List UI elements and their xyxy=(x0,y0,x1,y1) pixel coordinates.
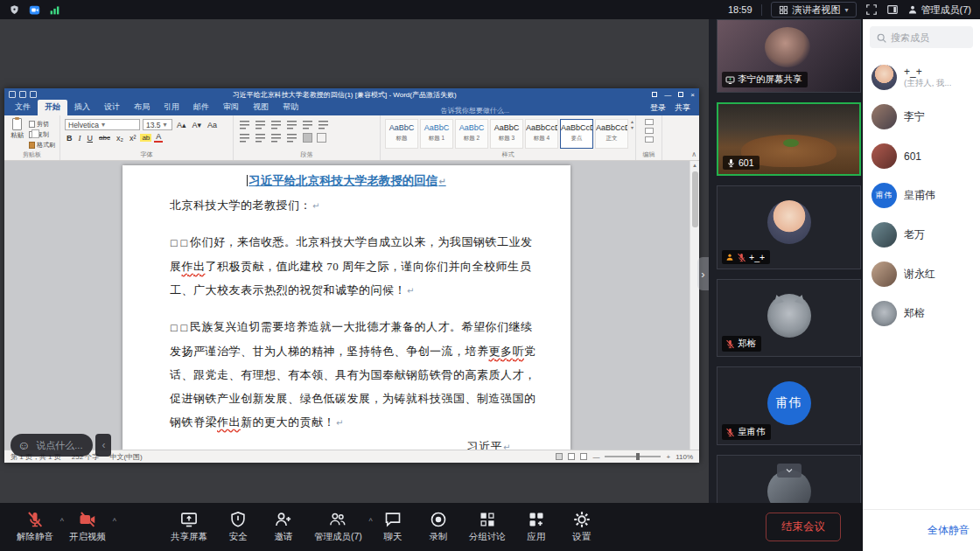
zoom-in-icon[interactable]: + xyxy=(666,453,670,461)
superscript-button[interactable]: x² xyxy=(128,134,138,143)
word-tab-引用[interactable]: 引用 xyxy=(157,100,186,115)
member-row-郑榕[interactable]: 郑榕 xyxy=(863,294,980,333)
word-tab-插入[interactable]: 插入 xyxy=(67,100,97,115)
word-tab-审阅[interactable]: 审阅 xyxy=(216,100,246,115)
login-button[interactable]: 登录 xyxy=(650,102,666,114)
subscript-button[interactable]: x₂ xyxy=(115,134,125,143)
video-thumbnail-601[interactable]: 601 xyxy=(717,102,861,176)
shrink-font-button[interactable]: A▾ xyxy=(191,121,204,129)
toolbar-settings-button[interactable]: 设置 xyxy=(559,511,605,543)
zoom-slider[interactable] xyxy=(605,456,661,457)
indent-increase-icon[interactable] xyxy=(303,120,314,129)
paste-button[interactable]: 粘贴 xyxy=(9,118,25,150)
bullets-icon[interactable] xyxy=(240,120,251,129)
chat-quick-input[interactable]: ☺ 说点什么... xyxy=(10,434,93,457)
shading-icon[interactable] xyxy=(303,133,312,143)
security-shield-icon[interactable] xyxy=(9,4,20,16)
align-right-icon[interactable] xyxy=(271,133,283,143)
word-scrollbar[interactable]: ▲ xyxy=(690,161,699,450)
language-indicator[interactable]: 中文(中国) xyxy=(109,452,142,462)
member-row-601[interactable]: 601 xyxy=(863,136,980,176)
manage-members-topbar-button[interactable]: 管理成员(7) xyxy=(907,3,971,17)
toolbar-apps-button[interactable]: 应用 xyxy=(514,511,559,543)
word-tab-文件[interactable]: 文件 xyxy=(8,100,38,115)
member-row-老万[interactable]: 老万 xyxy=(863,215,980,255)
scroll-up-icon[interactable]: ▲ xyxy=(690,161,699,170)
expand-chevron-icon[interactable]: ^ xyxy=(113,517,116,526)
toolbar-screen-button[interactable]: 共享屏幕 xyxy=(163,511,215,543)
style-chip-要点[interactable]: AaBbCcD要点 xyxy=(560,119,593,149)
undo-icon[interactable] xyxy=(19,91,26,98)
scrollbar-thumb[interactable] xyxy=(692,171,698,227)
video-thumbnail[interactable] xyxy=(717,455,861,503)
font-size-select[interactable]: 13.5▾ xyxy=(143,119,172,130)
view-mode-dropdown[interactable]: 演讲者视图 ▾ xyxy=(771,2,857,17)
underline-button[interactable]: U xyxy=(86,134,95,143)
fullscreen-icon[interactable] xyxy=(865,3,878,16)
video-thumbnail-+_+[interactable]: +_+ xyxy=(717,185,861,269)
word-tab-帮助[interactable]: 帮助 xyxy=(276,100,305,115)
style-chip-正文[interactable]: AaBbCcDd正文 xyxy=(595,119,628,149)
line-spacing-icon[interactable] xyxy=(287,133,298,143)
tell-me-search[interactable]: 告诉我你想要做什么... xyxy=(305,106,645,115)
print-layout-icon[interactable] xyxy=(568,453,575,460)
toolbar-chat-button[interactable]: 聊天 xyxy=(370,511,416,543)
video-thumbnail-皇甫伟[interactable]: 甫伟皇甫伟 xyxy=(717,366,861,445)
emoji-icon[interactable]: ☺ xyxy=(18,439,30,451)
close-icon[interactable]: × xyxy=(690,91,695,99)
strikethrough-button[interactable]: abc xyxy=(97,134,112,142)
multilevel-list-icon[interactable] xyxy=(271,120,283,129)
bold-button[interactable]: B xyxy=(65,134,74,143)
change-case-button[interactable]: Aa xyxy=(206,121,219,129)
redo-icon[interactable] xyxy=(30,91,37,98)
zoom-out-icon[interactable]: — xyxy=(592,453,599,461)
mute-all-button[interactable]: 全体静音 xyxy=(928,523,970,538)
word-tab-布局[interactable]: 布局 xyxy=(127,100,157,115)
minimize-icon[interactable]: — xyxy=(664,91,671,99)
document-page[interactable]: 习近平给北京科技大学老教授的回信↵ 北京科技大学的老教授们：↵□□你们好，来信收… xyxy=(122,165,570,450)
member-row-皇甫伟[interactable]: 甫伟皇甫伟 xyxy=(863,176,980,215)
zoom-level[interactable]: 110% xyxy=(676,453,693,461)
meeting-app-icon[interactable] xyxy=(29,4,40,16)
collapse-ribbon-button[interactable]: ∧ xyxy=(691,150,696,158)
format-painter-button[interactable]: 格式刷 xyxy=(29,141,55,150)
borders-icon[interactable] xyxy=(317,133,326,143)
maximize-icon[interactable] xyxy=(678,92,683,97)
numbering-icon[interactable] xyxy=(256,120,267,129)
style-chip-标题[interactable]: AaBbC标题 xyxy=(385,119,418,149)
find-icon[interactable] xyxy=(645,119,654,125)
member-row-谢永红[interactable]: 谢永红 xyxy=(863,255,980,294)
member-row-+_+[interactable]: +_+(主持人, 我... xyxy=(863,58,980,97)
word-tab-视图[interactable]: 视图 xyxy=(246,100,276,115)
copy-button[interactable]: 复制 xyxy=(29,130,55,139)
web-layout-icon[interactable] xyxy=(580,453,587,460)
video-thumbnail-李宁的屏幕共享[interactable]: 李宁的屏幕共享 xyxy=(717,19,861,93)
share-button[interactable]: 共享 xyxy=(675,102,690,114)
gallery-scroll-icons[interactable]: ▴▾ xyxy=(631,119,634,131)
word-tab-开始[interactable]: 开始 xyxy=(38,100,67,115)
save-icon[interactable] xyxy=(9,91,16,98)
cut-button[interactable]: 剪切 xyxy=(29,120,55,129)
align-center-icon[interactable] xyxy=(256,133,267,143)
video-thumbnail-郑榕[interactable]: 郑榕 xyxy=(717,279,861,357)
style-chip-标题 4[interactable]: AaBbCcD标题 4 xyxy=(525,119,558,149)
word-tab-设计[interactable]: 设计 xyxy=(97,100,127,115)
zoom-knob[interactable] xyxy=(636,453,640,460)
font-color-button[interactable]: A xyxy=(154,133,163,143)
toolbar-mic-off-button[interactable]: 解除静音^ xyxy=(9,511,61,543)
italic-button[interactable]: I xyxy=(77,134,83,143)
video-strip-collapse-button[interactable] xyxy=(777,464,802,478)
ribbon-options-icon[interactable] xyxy=(652,92,657,97)
style-chip-标题 2[interactable]: AaBbC标题 2 xyxy=(455,119,488,149)
font-name-select[interactable]: Helvetica▾ xyxy=(65,119,140,130)
style-chip-标题 3[interactable]: AaBbC标题 3 xyxy=(490,119,523,149)
highlight-button[interactable]: ab xyxy=(140,134,151,142)
end-meeting-button[interactable]: 结束会议 xyxy=(766,513,841,541)
read-mode-icon[interactable] xyxy=(556,453,563,460)
indent-decrease-icon[interactable] xyxy=(287,120,298,129)
member-row-李宁[interactable]: 李宁 xyxy=(863,97,980,136)
replace-icon[interactable] xyxy=(645,128,654,134)
grow-font-button[interactable]: A▴ xyxy=(175,121,188,129)
chat-collapse-button[interactable]: ‹ xyxy=(95,434,111,457)
toolbar-camera-off-button[interactable]: 开启视频^ xyxy=(61,511,114,543)
